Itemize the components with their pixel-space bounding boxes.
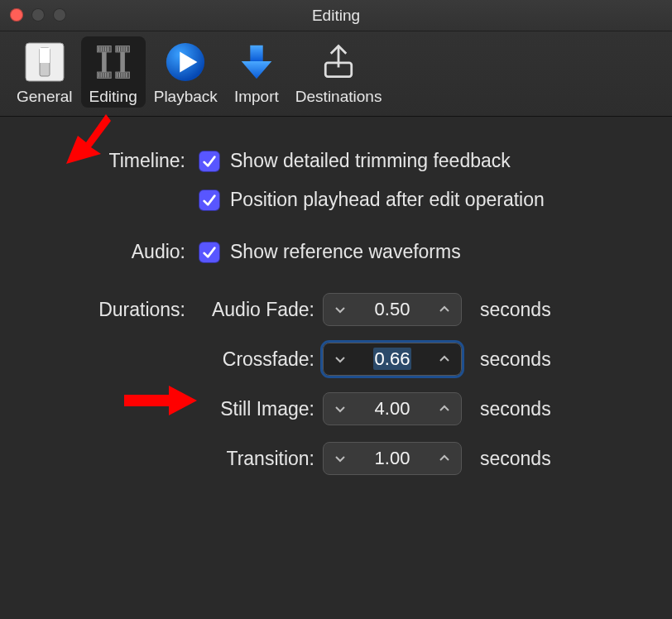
- unit-label: seconds: [480, 448, 551, 470]
- tab-import[interactable]: Import: [226, 36, 287, 108]
- stepper-value[interactable]: 1.00: [357, 448, 428, 469]
- audio-row: Audio: Show reference waveforms: [25, 241, 647, 263]
- audio-fade-label: Audio Fade:: [199, 299, 323, 321]
- tab-label: General: [17, 88, 73, 106]
- stepper-decrement[interactable]: [324, 294, 357, 325]
- checkbox-detailed-trimming[interactable]: [199, 151, 220, 172]
- crossfade-stepper[interactable]: 0.66: [323, 343, 462, 376]
- audio-label: Audio:: [25, 241, 199, 263]
- unit-label: seconds: [480, 299, 551, 321]
- duration-still-image-row: Still Image: 4.00 seconds: [25, 392, 647, 425]
- tab-playback[interactable]: Playback: [146, 36, 226, 108]
- stepper-increment[interactable]: [428, 294, 461, 325]
- stepper-decrement[interactable]: [324, 443, 357, 474]
- checkbox-reference-waveforms[interactable]: [199, 242, 220, 263]
- close-window-button[interactable]: [10, 8, 23, 22]
- audio-fade-stepper[interactable]: 0.50: [323, 293, 462, 326]
- titlebar: Editing: [0, 0, 672, 31]
- svg-marker-32: [242, 61, 272, 79]
- stepper-value[interactable]: 0.66: [357, 348, 428, 370]
- svg-rect-7: [102, 52, 107, 72]
- timeline-row-1: Timeline: Show detailed trimming feedbac…: [25, 150, 647, 172]
- window-controls: [10, 8, 66, 22]
- duration-transition-row: Transition: 1.00 seconds: [25, 442, 647, 475]
- unit-label: seconds: [480, 348, 551, 371]
- svg-rect-2: [40, 48, 50, 63]
- stepper-increment[interactable]: [428, 343, 461, 375]
- editing-preferences-pane: Timeline: Show detailed trimming feedbac…: [0, 117, 672, 516]
- preferences-toolbar: General Editing: [0, 31, 672, 117]
- checkbox-label: Show detailed trimming feedback: [230, 150, 511, 172]
- svg-rect-3: [97, 46, 111, 52]
- checkbox-label: Position playhead after edit operation: [230, 189, 545, 211]
- svg-rect-4: [115, 46, 129, 52]
- duration-audio-fade-row: Durations: Audio Fade: 0.50 seconds: [25, 293, 647, 326]
- svg-rect-6: [115, 72, 129, 78]
- tab-label: Destinations: [295, 88, 382, 106]
- timeline-label: Timeline:: [25, 150, 199, 172]
- playback-icon: [163, 40, 208, 84]
- stepper-value[interactable]: 4.00: [357, 398, 428, 420]
- tab-label: Playback: [154, 88, 218, 106]
- checkbox-label: Show reference waveforms: [230, 241, 461, 263]
- stepper-value[interactable]: 0.50: [357, 299, 428, 320]
- svg-rect-31: [250, 46, 262, 61]
- tab-label: Editing: [89, 88, 137, 106]
- timeline-row-2: Position playhead after edit operation: [25, 189, 647, 211]
- stepper-increment[interactable]: [428, 443, 461, 474]
- destinations-icon: [316, 40, 361, 84]
- unit-label: seconds: [480, 398, 551, 420]
- svg-rect-5: [97, 72, 111, 78]
- durations-label: Durations:: [25, 299, 199, 321]
- tab-general[interactable]: General: [8, 36, 81, 108]
- transition-stepper[interactable]: 1.00: [323, 442, 462, 475]
- stepper-decrement[interactable]: [324, 343, 357, 375]
- svg-rect-8: [120, 52, 125, 72]
- crossfade-label: Crossfade:: [199, 348, 323, 371]
- still-image-label: Still Image:: [199, 398, 323, 420]
- tab-destinations[interactable]: Destinations: [287, 36, 391, 108]
- stepper-decrement[interactable]: [324, 393, 357, 425]
- checkbox-position-playhead[interactable]: [199, 190, 220, 211]
- general-icon: [22, 40, 67, 84]
- window-title: Editing: [312, 7, 360, 25]
- import-icon: [234, 40, 279, 84]
- transition-label: Transition:: [199, 448, 323, 470]
- still-image-stepper[interactable]: 4.00: [323, 392, 462, 425]
- stepper-increment[interactable]: [428, 393, 461, 425]
- tab-editing[interactable]: Editing: [81, 36, 146, 108]
- tab-label: Import: [234, 88, 279, 106]
- duration-crossfade-row: Crossfade: 0.66 seconds: [25, 343, 647, 376]
- zoom-window-button[interactable]: [53, 8, 66, 22]
- editing-icon: [91, 40, 136, 84]
- minimize-window-button[interactable]: [31, 8, 45, 22]
